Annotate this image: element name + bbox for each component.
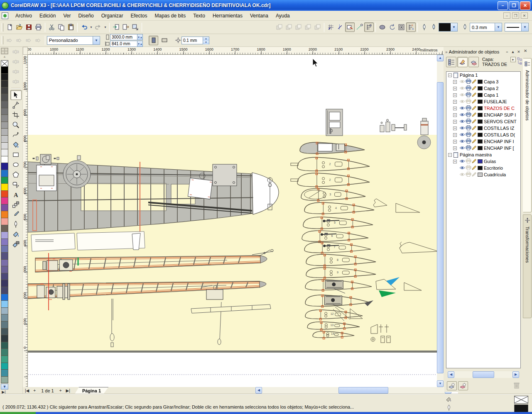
back-one-button[interactable] — [303, 22, 313, 32]
color-swatch[interactable] — [1, 74, 8, 81]
view-navigator-button[interactable] — [406, 22, 416, 32]
color-swatch[interactable] — [1, 177, 8, 184]
layer-color-swatch[interactable] — [478, 166, 483, 170]
smart-fill-tool[interactable] — [10, 140, 22, 150]
printer-icon[interactable] — [466, 139, 471, 144]
docker-scroll-thumb[interactable] — [473, 371, 494, 378]
pencil-icon[interactable] — [472, 165, 477, 171]
first-page-button[interactable]: |◀ — [23, 388, 31, 393]
order-dialog-button[interactable] — [313, 22, 322, 32]
expander-icon[interactable]: + — [453, 80, 457, 84]
printer-icon[interactable] — [466, 165, 471, 171]
layer-color-swatch[interactable] — [478, 106, 483, 110]
layer-color-swatch[interactable] — [478, 100, 483, 104]
basic-shapes-tool[interactable] — [10, 180, 22, 190]
rotate-view-button[interactable] — [387, 22, 397, 32]
open-button[interactable] — [15, 22, 24, 32]
delete-layer-icon[interactable] — [513, 382, 520, 390]
color-swatch[interactable] — [1, 122, 8, 129]
docker-drag-grip-icon[interactable] — [517, 57, 522, 68]
menu-efectos[interactable]: Efectos — [127, 12, 151, 20]
application-launcher-button[interactable] — [130, 22, 140, 32]
ruler-origin-button[interactable] — [23, 47, 28, 55]
crop-tool[interactable] — [10, 110, 22, 120]
zoom-tool[interactable] — [10, 120, 22, 130]
horizontal-ruler[interactable]: 9001000110012001300140015001600170018001… — [28, 47, 444, 55]
palette-scroll-up-icon[interactable]: ▲ — [1, 55, 8, 60]
new-document-button[interactable] — [5, 22, 15, 32]
color-swatch[interactable] — [1, 108, 8, 115]
fill-tool[interactable] — [10, 229, 22, 239]
outline-width-combo[interactable]: 0.3 mm▼ — [470, 23, 502, 32]
layer-color-swatch[interactable] — [478, 159, 483, 163]
forward-one-button[interactable] — [294, 22, 303, 32]
printer-icon[interactable] — [466, 132, 471, 138]
color-swatch[interactable] — [1, 308, 8, 315]
line-style-combo[interactable]: ▼ — [505, 23, 529, 32]
color-swatch[interactable] — [1, 156, 8, 163]
palette-expand-icon[interactable]: ▶| — [0, 390, 7, 394]
color-swatch[interactable] — [1, 136, 8, 143]
add-page-after-button[interactable]: + — [57, 388, 64, 393]
transform-flyout-tool[interactable] — [10, 77, 22, 87]
menu-ventana[interactable]: Ventana — [246, 12, 272, 20]
tree-page-row[interactable]: −Página 1 — [446, 72, 520, 78]
outline-pen-dialog-button[interactable] — [419, 22, 429, 32]
chevron-down-icon[interactable]: ▼ — [451, 23, 457, 31]
pencil-icon[interactable] — [472, 105, 477, 111]
docker-collapse-icon[interactable]: » — [445, 50, 448, 54]
color-swatch[interactable] — [1, 232, 8, 239]
printer-icon[interactable] — [466, 99, 471, 105]
layer-manager-view-button[interactable] — [468, 57, 479, 67]
mdi-close-button[interactable]: ✕ — [521, 12, 528, 19]
color-swatch[interactable] — [1, 218, 8, 225]
pencil-icon[interactable] — [472, 79, 477, 85]
color-swatch[interactable] — [1, 335, 8, 342]
tree-layer-row[interactable]: +FUSELAJE — [446, 98, 520, 105]
printer-icon[interactable] — [466, 145, 471, 151]
docker-flyout-button[interactable]: ▸ — [510, 57, 516, 62]
page-width-field[interactable]: 3000.0 mm — [110, 34, 137, 40]
vertical-scroll-thumb[interactable] — [437, 82, 444, 373]
expander-icon[interactable]: + — [453, 93, 457, 97]
snap-to-grid-toggle[interactable] — [326, 22, 336, 32]
copy-button[interactable] — [56, 22, 66, 32]
menu-diseño[interactable]: Diseño — [74, 12, 97, 20]
expander-icon[interactable]: − — [448, 153, 452, 157]
page-size-preset-combo[interactable]: Personalizado ▼ — [47, 36, 100, 45]
tree-layer-row[interactable]: +Capa 1 — [446, 92, 520, 98]
color-swatch[interactable] — [1, 287, 8, 294]
color-swatch[interactable] — [1, 301, 8, 308]
expander-icon[interactable]: + — [453, 87, 457, 90]
polygon-tool[interactable] — [10, 170, 22, 180]
docker-group-close-icon[interactable]: ✕ — [524, 49, 527, 53]
tree-layer-row[interactable]: +ENCHAP SUP I — [446, 112, 520, 118]
new-master-layer-button[interactable] — [458, 381, 468, 390]
color-swatch[interactable] — [1, 239, 8, 246]
layer-color-swatch[interactable] — [478, 146, 483, 150]
nudge-offset-field[interactable]: 0.1 mm — [181, 37, 203, 44]
color-swatch[interactable] — [1, 184, 8, 191]
chevron-down-icon[interactable]: ▼ — [521, 23, 528, 31]
printer-icon[interactable] — [466, 172, 471, 178]
expander-icon[interactable]: + — [453, 100, 457, 104]
color-swatch[interactable] — [1, 191, 8, 198]
shape-tool[interactable] — [10, 100, 22, 110]
eye-icon[interactable] — [459, 132, 465, 138]
redo-dropdown-icon[interactable]: ▾ — [103, 22, 108, 32]
layer-color-swatch[interactable] — [478, 139, 483, 144]
expander-icon[interactable]: + — [453, 160, 457, 163]
pencil-icon[interactable] — [472, 125, 477, 131]
layer-color-swatch[interactable] — [478, 119, 483, 124]
printer-icon[interactable] — [466, 125, 471, 131]
tree-layer-row[interactable]: +SERVOS CENT — [446, 118, 520, 125]
paste-button[interactable] — [66, 22, 76, 32]
mdi-minimize-button[interactable]: – — [503, 12, 510, 19]
menu-mapas-de-bits[interactable]: Mapas de bits — [151, 12, 189, 20]
outline-color-dialog-button[interactable] — [429, 22, 439, 32]
tree-layer-row[interactable]: +ENCHAP INF I — [446, 138, 520, 145]
menu-ver[interactable]: Ver — [59, 12, 74, 20]
snap-to-objects-toggle[interactable] — [345, 22, 355, 32]
eye-icon[interactable] — [459, 139, 465, 144]
tree-layer-row[interactable]: +COSTILLAS IZ — [446, 125, 520, 132]
